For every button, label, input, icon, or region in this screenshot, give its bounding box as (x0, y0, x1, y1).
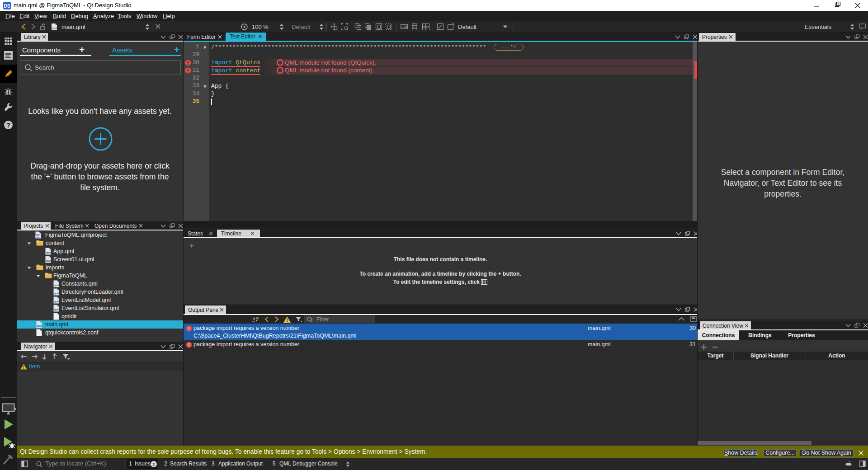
svg-text:qml: qml (46, 259, 51, 262)
svg-text:qml: qml (46, 251, 51, 254)
svg-text:qml: qml (35, 235, 40, 238)
svg-text:qml: qml (54, 300, 59, 303)
svg-text:qml: qml (54, 292, 59, 295)
svg-text:DS: DS (4, 4, 10, 9)
svg-text:qml: qml (54, 284, 59, 287)
svg-text:qml: qml (54, 308, 59, 311)
svg-text:qml: qml (52, 27, 57, 30)
svg-text:2: 2 (152, 462, 155, 467)
svg-text:?: ? (6, 122, 10, 129)
svg-text:qml: qml (37, 324, 42, 327)
